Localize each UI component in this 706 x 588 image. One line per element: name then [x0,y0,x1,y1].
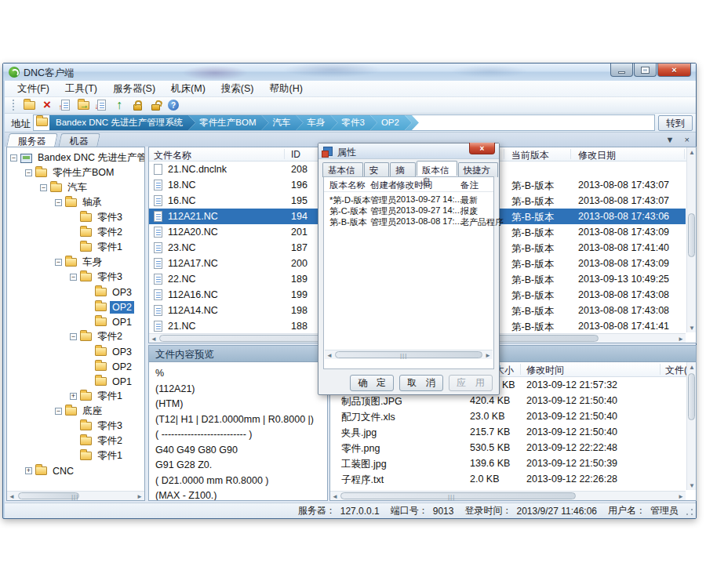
tree-item-零件3[interactable]: 零件3 [7,210,144,225]
col-creator[interactable]: 创建者 [370,180,398,191]
delete-icon[interactable] [39,98,55,112]
dialog-close-button[interactable]: × [469,143,495,154]
col-mtime[interactable]: 修改时间 [526,364,564,377]
scroll-left-icon[interactable]: ◄ [149,334,158,343]
menu-item[interactable]: 帮助(H) [262,81,311,97]
upload-icon[interactable] [111,98,127,112]
collapse-icon[interactable]: − [55,259,62,266]
col-filename[interactable]: 文件名称 [154,149,191,162]
tree-item-零件1[interactable]: 零件1 [7,240,144,255]
version-row[interactable]: 第-B-版本管理员2013-08-08 17:...老产品程序 [324,216,493,227]
tree-item-零件生产BOM[interactable]: −零件生产BOM [7,165,144,180]
tree-hscrollbar[interactable]: ◄ ||| ► [7,491,144,500]
scroll-thumb[interactable] [688,213,695,257]
tree-item-零件1[interactable]: +零件1 [7,389,144,404]
expand-icon[interactable]: + [25,467,32,474]
export-folder-icon[interactable] [75,98,91,112]
attachments-hscrollbar[interactable]: ◄ ||| ► [330,491,686,500]
dialog-tab-版本信息[interactable]: 版本信息 [417,161,457,176]
resize-grip[interactable] [686,508,693,516]
col-modified[interactable]: 修改日期 [578,149,616,162]
tree-item-底座[interactable]: −底座 [7,404,144,419]
tree-item-汽车[interactable]: −汽车 [7,180,144,195]
col-version[interactable]: 当前版本 [511,149,549,162]
scroll-down-icon[interactable]: ▼ [687,323,697,332]
collapse-icon[interactable]: − [70,333,77,340]
expand-icon[interactable]: + [70,393,77,400]
tree-item-OP1[interactable]: OP1 [7,374,144,389]
collapse-icon[interactable]: − [10,154,17,162]
tree-item-OP3[interactable]: OP3 [7,285,144,299]
breadcrumb[interactable]: Bandex DNC 先进生产管理系统零件生产BOM汽车车身零件3OP2 [33,114,655,131]
breadcrumb-segment[interactable]: 零件生产BOM [188,115,268,130]
scroll-left-icon[interactable]: ◄ [330,492,340,501]
checkout-file-icon[interactable] [93,98,109,112]
scroll-right-icon[interactable]: ► [483,350,493,360]
tree-item-零件2[interactable]: 零件2 [7,225,144,240]
scroll-right-icon[interactable]: ► [676,492,686,501]
scroll-left-icon[interactable]: ◄ [325,350,334,360]
checkin-file-icon[interactable] [57,98,73,112]
new-folder-icon[interactable] [21,98,37,112]
go-button[interactable]: 转到 [658,115,693,131]
version-table-header[interactable]: 版本名称 创建者 修改时间 备注 [324,180,493,192]
collapse-icon[interactable]: − [25,169,32,176]
tree-item-零件2[interactable]: 零件2 [7,434,144,448]
col-remark[interactable]: 备注 [460,180,479,191]
menu-item[interactable]: 搜索(S) [213,81,262,97]
collapse-icon[interactable]: − [55,199,62,206]
scroll-thumb[interactable] [335,351,482,358]
file-list-vscrollbar[interactable]: ▲ ▼ [686,147,696,332]
collapse-icon[interactable]: − [70,274,77,281]
scroll-up-icon[interactable]: ▲ [687,362,697,372]
tree-item-轴承[interactable]: −轴承 [7,195,144,210]
menu-item[interactable]: 机床(M) [163,81,213,97]
scroll-right-icon[interactable]: ► [676,334,686,343]
attachment-row[interactable]: 零件.png530.5 KB2013-09-12 22:22:48 [330,440,686,456]
tree-item-零件3[interactable]: −零件3 [7,270,144,285]
scroll-up-icon[interactable]: ▲ [687,147,697,157]
scroll-right-icon[interactable]: ► [135,492,144,501]
unlock-icon[interactable] [147,98,163,112]
toolbar-grip[interactable] [13,100,15,111]
tree-item-OP2[interactable]: OP2 [7,299,144,314]
tree-item-OP1[interactable]: OP1 [7,314,144,329]
pane-dropdown-icon[interactable]: ▼ [666,135,675,144]
tree-item-零件2[interactable]: −零件2 [7,329,144,344]
menu-item[interactable]: 服务器(S) [105,81,163,97]
tree-item-车身[interactable]: −车身 [7,255,144,270]
dialog-hscrollbar[interactable]: ◄ ||| ► [325,350,493,359]
attachment-row[interactable]: 子程序.txt2.0 KB2013-09-12 22:26:28 [330,471,686,487]
tree-item-零件1[interactable]: 零件1 [7,448,144,463]
tree-item-零件3[interactable]: 零件3 [7,419,144,434]
menu-item[interactable]: 工具(T) [57,81,105,97]
attachment-row[interactable]: 配刀文件.xls23.0 KB2013-09-12 21:50:40 [330,408,686,424]
dialog-tab-快捷方式[interactable]: 快捷方式 [458,162,499,177]
scroll-thumb[interactable] [18,492,79,499]
tree-item-OP2[interactable]: OP2 [7,359,144,374]
help-icon[interactable] [166,98,181,112]
scroll-down-icon[interactable]: ▼ [687,481,697,490]
version-row[interactable]: 第-C-版本管理员2013-09-27 14:...报废 [324,205,493,216]
attachment-row[interactable]: 工装图.jpg139.6 KB2013-09-12 21:50:39 [330,456,686,471]
dialog-tab-安全[interactable]: 安全 [364,162,390,177]
title-bar[interactable]: DNC客户端 × [3,64,696,81]
version-row[interactable]: *第-D-版本管理员2013-09-27 14:...最新 [324,194,493,205]
menu-item[interactable]: 文件(F) [9,81,57,97]
dialog-title-bar[interactable]: 属性 × [318,143,499,159]
lock-icon[interactable] [129,98,145,112]
dialog-tab-摘要[interactable]: 摘要 [390,162,416,177]
scroll-left-icon[interactable]: ◄ [7,492,16,501]
close-button[interactable]: × [657,64,691,77]
col-version-name[interactable]: 版本名称 [329,180,366,191]
tree-item-Bandex DNC 先进生产管理系统[interactable]: −Bandex DNC 先进生产管理系统 [7,151,144,165]
maximize-button[interactable] [634,64,657,77]
attachment-row[interactable]: 制品顶图.JPG420.4 KB2013-09-12 21:50:40 [330,393,686,408]
scroll-thumb[interactable] [688,373,695,420]
dialog-tab-基本信息[interactable]: 基本信息 [322,162,363,177]
tree-item-CNC[interactable]: +CNC [7,463,144,478]
scroll-thumb[interactable] [340,492,576,499]
minimize-button[interactable] [610,64,633,77]
tree-item-OP3[interactable]: OP3 [7,344,144,359]
col-id[interactable]: ID [291,149,300,160]
